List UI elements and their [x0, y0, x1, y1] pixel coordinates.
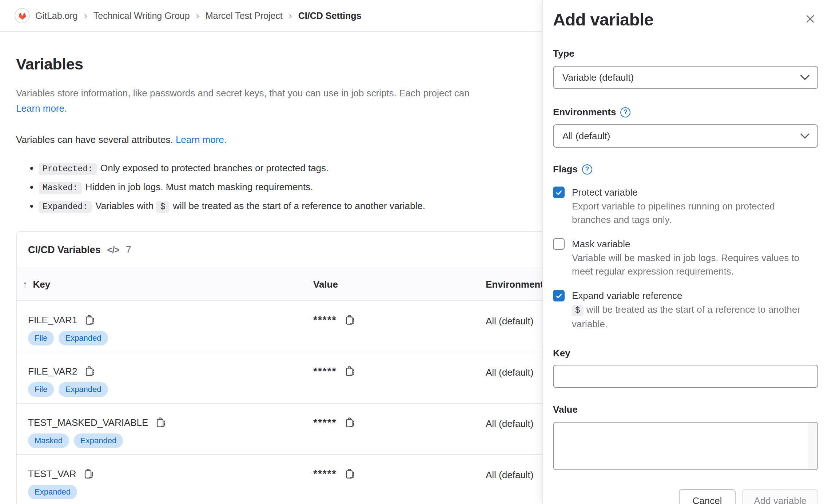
variable-environments: All (default) — [486, 418, 534, 429]
protect-variable-checkbox[interactable] — [553, 187, 565, 198]
attributes-text: Variables can have several attributes. — [16, 134, 173, 145]
variable-key: FILE_VAR2 — [28, 366, 77, 377]
expand-variable-reference-flag: Expand variable reference$will be treate… — [553, 289, 818, 331]
add-variable-button[interactable]: Add variable — [742, 489, 818, 504]
copy-value-button[interactable] — [345, 314, 355, 326]
badge-list: FileExpanded — [28, 331, 108, 345]
scrollbar-track[interactable] — [808, 423, 817, 469]
chevron-down-icon — [800, 75, 809, 80]
copy-value-button[interactable] — [345, 417, 355, 428]
copy-key-button[interactable] — [84, 314, 95, 326]
column-header-value: Value — [313, 279, 338, 290]
breadcrumb-project[interactable]: Marcel Test Project — [206, 11, 283, 21]
code-chip: Expanded: — [39, 201, 92, 213]
cancel-button[interactable]: Cancel — [679, 489, 736, 504]
copy-icon — [345, 468, 355, 480]
mask-variable-flag: Mask variableVariable will be masked in … — [553, 237, 818, 278]
environments-select[interactable]: All (default) — [553, 124, 818, 148]
breadcrumb-subgroup[interactable]: Technical Writing Group — [93, 11, 190, 21]
gitlab-logo — [15, 8, 30, 23]
environments-label: Environments ? — [553, 107, 818, 118]
variable-value-masked: ***** — [313, 365, 337, 377]
close-icon — [804, 13, 816, 25]
checkmark-icon — [555, 292, 563, 300]
variable-environments: All (default) — [486, 316, 534, 327]
copy-icon — [84, 365, 95, 377]
badge-list: Expanded — [28, 485, 77, 499]
value-cell: ***** — [313, 417, 355, 428]
flags-label-text: Flags — [553, 164, 578, 175]
variable-badge: Masked — [28, 433, 69, 448]
variable-badge: Expanded — [28, 485, 77, 499]
flags-label: Flags ? — [553, 164, 818, 175]
attributes-learn-more-link[interactable]: Learn more. — [176, 134, 227, 145]
column-header-key[interactable]: ↑ Key — [23, 279, 50, 290]
variable-environments: All (default) — [486, 469, 534, 481]
badge-list: FileExpanded — [28, 382, 108, 397]
copy-key-button[interactable] — [83, 468, 94, 480]
type-label: Type — [553, 48, 818, 59]
flags-list: Protect variableExport variable to pipel… — [553, 186, 818, 331]
help-icon[interactable]: ? — [582, 164, 592, 175]
badge-list: MaskedExpanded — [28, 433, 123, 448]
protect-variable-flag: Protect variableExport variable to pipel… — [553, 186, 818, 227]
type-select[interactable]: Variable (default) — [553, 66, 818, 89]
key-cell: TEST_VAR — [28, 468, 94, 480]
expand-variable-reference-label: Expand variable reference — [572, 289, 810, 302]
variable-badge: Expanded — [74, 433, 123, 448]
code-chip: Protected: — [39, 163, 97, 175]
drawer-header: Add variable — [553, 0, 818, 36]
protect-variable-description: Export variable to pipelines running on … — [572, 200, 810, 227]
mask-variable-checkbox[interactable] — [553, 238, 565, 250]
code-chip: $ — [572, 305, 584, 316]
environments-select-value: All (default) — [562, 131, 610, 142]
add-variable-drawer: Add variable Type Variable (default) Env… — [542, 0, 828, 504]
value-textarea[interactable] — [553, 422, 818, 470]
card-title: CI/CD Variables — [28, 244, 101, 256]
key-cell: TEST_MASKED_VARIABLE — [28, 417, 166, 428]
drawer-footer: Cancel Add variable — [553, 489, 818, 504]
chevron-right-icon: › — [195, 10, 200, 21]
copy-key-button[interactable] — [84, 365, 95, 377]
breadcrumb: GitLab.org › Technical Writing Group › M… — [35, 10, 361, 21]
value-cell: ***** — [313, 468, 355, 480]
type-select-value: Variable (default) — [562, 72, 634, 83]
environments-label-text: Environments — [553, 107, 616, 118]
code-icon: </> — [107, 245, 119, 255]
help-icon[interactable]: ? — [620, 107, 630, 117]
variable-value-masked: ***** — [313, 468, 337, 480]
expand-variable-reference-checkbox[interactable] — [553, 290, 565, 301]
variable-value-masked: ***** — [313, 417, 337, 428]
protect-variable-label: Protect variable — [572, 186, 810, 199]
variable-environments: All (default) — [486, 367, 534, 378]
value-label: Value — [553, 404, 818, 415]
breadcrumb-current-page: CI/CD Settings — [298, 11, 362, 21]
chevron-down-icon — [800, 133, 809, 139]
copy-value-button[interactable] — [345, 365, 355, 377]
variable-key: TEST_MASKED_VARIABLE — [28, 417, 148, 428]
key-label: Key — [553, 348, 818, 359]
variable-value-masked: ***** — [313, 314, 337, 326]
checkmark-icon — [555, 189, 563, 196]
variable-badge: File — [28, 382, 54, 397]
variable-badge: File — [28, 331, 54, 345]
chevron-right-icon: › — [288, 10, 293, 21]
copy-value-button[interactable] — [345, 468, 355, 480]
code-chip: $ — [156, 201, 169, 213]
breadcrumb-group-root[interactable]: GitLab.org — [35, 11, 78, 21]
key-column-label: Key — [33, 279, 51, 290]
variable-key: FILE_VAR1 — [28, 315, 77, 326]
value-cell: ***** — [313, 365, 355, 377]
copy-key-button[interactable] — [155, 417, 166, 428]
close-drawer-button[interactable] — [802, 11, 818, 28]
copy-icon — [83, 468, 94, 480]
learn-more-link[interactable]: Learn more. — [16, 103, 67, 114]
variable-badge: Expanded — [59, 382, 108, 397]
copy-icon — [345, 365, 355, 377]
key-cell: FILE_VAR1 — [28, 314, 95, 326]
key-cell: FILE_VAR2 — [28, 365, 95, 377]
mask-variable-label: Mask variable — [572, 237, 810, 251]
chevron-right-icon: › — [83, 10, 88, 21]
key-input[interactable] — [553, 365, 818, 388]
copy-icon — [345, 417, 355, 428]
